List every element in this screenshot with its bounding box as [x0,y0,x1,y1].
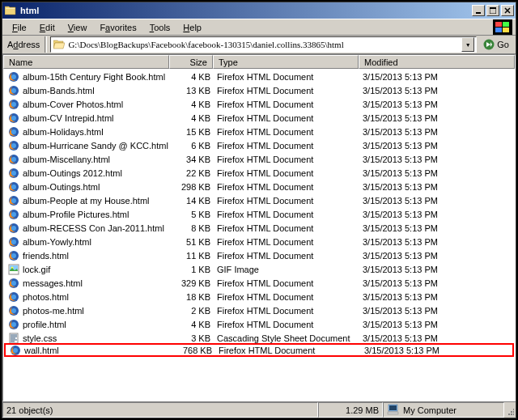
menu-edit[interactable]: Edit [33,21,62,34]
address-dropdown[interactable]: ▼ [461,37,474,52]
file-name: album-Bands.html [23,86,95,95]
go-button[interactable]: Go [480,39,512,50]
svg-point-35 [11,253,16,258]
svg-point-46 [11,322,16,327]
file-size: 2 KB [170,306,214,316]
svg-point-15 [11,116,16,121]
resize-grip[interactable] [504,402,516,418]
file-row[interactable]: album-Hurricane Sandy @ KCC.html6 KBFire… [4,138,514,152]
file-row[interactable]: album-15th Century Fight Book.html4 KBFi… [4,70,514,83]
file-name: profile.html [23,320,66,329]
file-modified: 3/15/2013 5:13 PM [359,320,514,329]
separator [45,36,47,53]
maximize-button[interactable] [486,5,499,16]
file-name: album-Cover Photos.html [23,100,123,109]
file-type: Firefox HTML Document [214,210,359,219]
file-size: 13 KB [170,86,214,95]
file-type-icon [7,139,20,152]
file-name: album-People at my House.html [23,196,150,206]
file-row[interactable]: album-Holidays.html15 KBFirefox HTML Doc… [4,125,514,138]
file-name: photos.html [23,292,69,302]
file-row[interactable]: messages.html329 KBFirefox HTML Document… [4,276,514,290]
file-row[interactable]: album-RECESS Con Jan-2011.html8 KBFirefo… [4,221,514,235]
file-type-icon [9,344,22,357]
file-size: 3 KB [170,333,214,343]
menu-favorites[interactable]: Favorites [93,21,142,34]
file-row[interactable]: friends.html11 KBFirefox HTML Document3/… [4,248,514,262]
svg-rect-55 [513,411,514,413]
file-row[interactable]: album-Bands.html13 KBFirefox HTML Docume… [4,83,514,97]
file-row[interactable]: album-Cover Photos.html4 KBFirefox HTML … [4,97,514,111]
col-modified[interactable]: Modified [359,55,515,69]
file-type-icon [7,222,20,235]
svg-point-31 [11,226,16,231]
window-title: html [20,6,472,15]
file-row[interactable]: album-Profile Pictures.html5 KBFirefox H… [4,207,514,221]
file-size: 51 KB [170,237,214,247]
menu-view[interactable]: View [62,21,94,34]
file-type: Firefox HTML Document [214,223,359,233]
svg-point-11 [11,88,16,93]
file-row[interactable]: photos-me.html2 KBFirefox HTML Document3… [4,303,514,317]
close-button[interactable] [501,5,514,16]
file-name: album-Profile Pictures.html [23,210,129,219]
file-size: 329 KB [170,278,214,288]
svg-rect-52 [388,412,398,414]
status-location: My Computer [383,402,504,418]
col-size[interactable]: Size [169,55,213,69]
computer-icon [387,404,400,417]
file-type-icon [7,304,20,317]
file-row[interactable]: profile.html4 KBFirefox HTML Document3/1… [4,317,514,331]
col-type[interactable]: Type [213,55,359,69]
file-name: album-CV Intrepid.html [23,113,114,123]
file-row[interactable]: album-Yowly.html51 KBFirefox HTML Docume… [4,235,514,248]
file-type-icon [7,112,20,125]
file-type-icon [7,125,20,138]
file-modified: 3/15/2013 5:13 PM [359,210,514,219]
file-row[interactable]: album-CV Intrepid.html4 KBFirefox HTML D… [4,111,514,125]
file-row[interactable]: album-Outings.html298 KBFirefox HTML Doc… [4,180,514,193]
svg-rect-51 [389,405,397,410]
file-size: 768 KB [172,346,215,355]
file-type: Firefox HTML Document [214,292,359,302]
file-modified: 3/15/2013 5:13 PM [359,333,514,343]
file-list-body[interactable]: album-15th Century Fight Book.html4 KBFi… [3,69,515,401]
svg-rect-56 [508,414,510,415]
address-input-wrap[interactable]: ▼ [50,36,477,53]
folder-open-icon [53,38,66,51]
address-label: Address [6,40,41,49]
minimize-button[interactable] [472,5,485,16]
file-type-icon [7,208,20,221]
statusbar: 21 object(s) 1.29 MB My Computer [2,401,516,418]
addressbar: Address ▼ Go [2,35,516,54]
file-name: album-Hurricane Sandy @ KCC.html [23,141,168,151]
file-size: 1 KB [170,265,214,274]
file-type-icon [7,235,20,248]
svg-rect-53 [513,409,514,410]
file-row[interactable]: album-People at my House.html14 KBFirefo… [4,193,514,207]
svg-point-44 [11,308,16,313]
titlebar[interactable]: html [2,2,516,19]
col-name[interactable]: Name [3,55,169,69]
file-modified: 3/15/2013 5:13 PM [359,113,514,123]
svg-rect-3 [495,22,502,27]
file-type: Firefox HTML Document [215,346,361,355]
file-row[interactable]: photos.html18 KBFirefox HTML Document3/1… [4,290,514,303]
menu-help[interactable]: Help [176,21,208,34]
address-input[interactable] [68,40,461,49]
file-type-icon [7,263,20,276]
menu-tools[interactable]: Tools [143,21,177,34]
file-size: 15 KB [170,127,214,137]
file-row[interactable]: album-Miscellany.html34 KBFirefox HTML D… [4,152,514,166]
svg-point-49 [13,348,18,353]
status-size: 1.29 MB [318,402,383,418]
file-name: album-Outings.html [23,182,100,192]
file-type: Firefox HTML Document [214,320,359,329]
menu-file[interactable]: File [6,21,33,34]
folder-icon [4,4,17,17]
file-name: album-Outings 2012.html [23,168,122,178]
file-row[interactable]: lock.gif1 KBGIF Image3/15/2013 5:13 PM [4,262,514,276]
file-row[interactable]: album-Outings 2012.html22 KBFirefox HTML… [4,166,514,180]
file-row[interactable]: wall.html768 KBFirefox HTML Document3/15… [4,343,514,357]
explorer-window: html File Edit View Favorites Tools Help… [2,2,516,418]
